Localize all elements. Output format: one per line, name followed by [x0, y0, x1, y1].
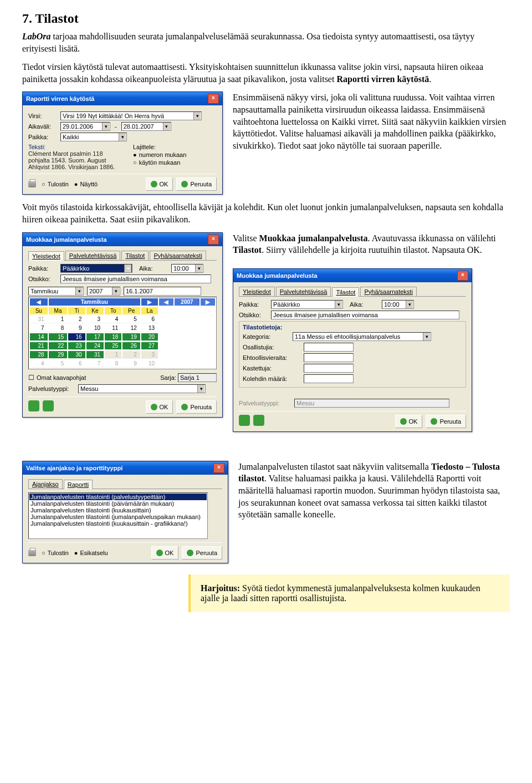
- tab-ajanjakso[interactable]: Ajanjakso: [28, 479, 63, 489]
- list-item[interactable]: Jumalanpalvelusten tilastointi (kuukausi…: [29, 507, 207, 513]
- list-item[interactable]: Jumalanpalvelusten tilastointi (jumalanp…: [29, 513, 207, 520]
- virsi-label: Virsi:: [28, 113, 60, 119]
- tab-pyha[interactable]: Pyhä/saarnateksti: [150, 251, 206, 260]
- dialog4-title: Valitse ajanjakso ja raporttityyppi: [26, 465, 122, 471]
- checkbox-omat-kaavapohjat[interactable]: Omat kaavapohjat: [28, 374, 86, 382]
- kolehdin-maara-input[interactable]: [304, 374, 354, 383]
- cancel-icon: [181, 181, 188, 187]
- dialog3-title: Muokkaa jumalanpalvelusta: [237, 272, 318, 279]
- kategoria-label: Kategoria:: [243, 333, 293, 340]
- dlg3-palvelustyyppi-label: Palvelustyyppi:: [239, 400, 294, 406]
- report-type-list[interactable]: Jumalanpalvelusten tilastointi (palvelus…: [28, 492, 208, 539]
- date-caption-input[interactable]: 16.1.2007: [124, 287, 201, 296]
- plus-icon[interactable]: [43, 400, 54, 411]
- dlg2-otsikko-label: Otsikko:: [28, 276, 60, 282]
- year-combo[interactable]: 2007: [87, 287, 120, 296]
- aside-paragraph-1: Ensimmäisenä näkyy virsi, joka oli valit…: [233, 91, 510, 151]
- tab-palvelutehtavissa[interactable]: Palvelutehtävissä: [276, 287, 331, 296]
- cancel-button[interactable]: Peruuta: [426, 415, 466, 428]
- printer-icon: [28, 181, 36, 187]
- ok-button[interactable]: OK: [146, 177, 173, 191]
- dlg2-paikka-combo[interactable]: Pääkirkko: [60, 264, 132, 273]
- sarja-label: Sarja:: [160, 374, 176, 381]
- dlg2-aika-label: Aika:: [139, 265, 171, 272]
- date-from-combo[interactable]: 29.01.2006: [60, 122, 110, 131]
- month-combo[interactable]: Tammikuu: [28, 287, 84, 296]
- kastettuja-input[interactable]: [304, 364, 354, 373]
- lajittele-label: Lajittele:: [133, 144, 217, 150]
- dlg2-aika-combo[interactable]: 10:00: [171, 264, 203, 273]
- ok-button[interactable]: OK: [395, 415, 423, 428]
- dialog-valitse-ajanjakso: Valitse ajanjakso ja raporttityyppi × Aj…: [22, 461, 228, 563]
- cancel-button[interactable]: Peruuta: [182, 546, 222, 560]
- radio-tulostin[interactable]: Tulostin: [42, 550, 69, 556]
- plus-icon[interactable]: [239, 415, 250, 426]
- ok-icon: [151, 404, 157, 410]
- labora-brand: LabOra: [22, 32, 51, 41]
- kolehdin-maara-label: Kolehdin määrä:: [243, 375, 304, 382]
- tab-tilastot[interactable]: Tilastot: [121, 251, 149, 260]
- plus-icon[interactable]: [253, 415, 264, 426]
- dlg2-otsikko-input[interactable]: Jeesus ilmaisee jumalallisen voimansa: [60, 274, 211, 283]
- paikka-combo[interactable]: Kaikki: [60, 133, 127, 141]
- kategoria-combo[interactable]: 11a Messu eli ehtoollisjumalanpalvelus: [293, 332, 431, 341]
- dlg2-palvelustyyppi-combo[interactable]: Messu: [78, 384, 206, 393]
- tilastotietoja-caption: Tilastotietoja:: [243, 324, 462, 331]
- tab-raportti[interactable]: Raportti: [64, 480, 93, 489]
- list-item[interactable]: Jumalanpalvelusten tilastointi (palvelus…: [29, 494, 207, 500]
- dialog1-title: Raportti virren käytöstä: [26, 95, 94, 102]
- cancel-icon: [181, 404, 188, 410]
- exercise-box: Harjoitus: Syötä tiedot kymmenestä jumal…: [188, 574, 510, 612]
- plus-icon[interactable]: [28, 400, 39, 411]
- list-item[interactable]: Jumalanpalvelusten tilastointi (päivämää…: [29, 500, 207, 507]
- ok-icon: [151, 181, 157, 187]
- ehtoollisvieraita-label: Ehtoollisvieraita:: [243, 354, 304, 361]
- tab-yleistiedot[interactable]: Yleistiedot: [239, 287, 275, 296]
- cancel-button[interactable]: Peruuta: [176, 177, 217, 191]
- ehtoollisvieraita-input[interactable]: [304, 353, 354, 362]
- tab-palvelutehtavissa[interactable]: Palvelutehtävissä: [65, 251, 121, 260]
- ok-icon: [400, 418, 407, 425]
- page-title: 7. Tilastot: [22, 11, 510, 26]
- close-icon[interactable]: ×: [213, 463, 224, 473]
- dlg3-otsikko-label: Otsikko:: [239, 312, 271, 318]
- osallistujia-input[interactable]: [304, 343, 354, 352]
- close-icon[interactable]: ×: [208, 235, 219, 245]
- paragraph-3: Voit myös tilastoida kirkossakävijät, eh…: [22, 201, 510, 225]
- radio-naytto[interactable]: Näyttö: [74, 181, 98, 187]
- virsi-combo[interactable]: Virsi 199 Nyt kiittäkää! On Herra hyvä: [60, 111, 202, 120]
- radio-numeron-mukaan[interactable]: numeron mukaan: [133, 151, 217, 158]
- cancel-icon: [431, 418, 437, 425]
- paragraph-4: Jumalanpalvelusten tilastot saat näkyvii…: [238, 461, 510, 521]
- close-icon[interactable]: ×: [208, 94, 219, 104]
- dlg2-paikka-label: Paikka:: [28, 265, 60, 272]
- tab-tilastot[interactable]: Tilastot: [332, 287, 359, 297]
- dlg3-aika-combo[interactable]: 10:00: [382, 300, 414, 309]
- list-item[interactable]: Jumalanpalvelusten tilastointi (kuukausi…: [29, 520, 207, 527]
- osallistujia-label: Osallistujia:: [243, 344, 304, 350]
- cancel-button[interactable]: Peruuta: [176, 400, 217, 414]
- printer-icon: [28, 550, 36, 556]
- calendar[interactable]: ◀Tammikuu▶◀2007▶ SuMaTiKeToPeLa 31123456…: [28, 297, 217, 369]
- tab-pyha[interactable]: Pyhä/saarnateksti: [360, 287, 416, 296]
- cancel-icon: [187, 550, 193, 556]
- radio-esikatselu[interactable]: Esikatselu: [74, 550, 108, 556]
- paragraph-3-tail: Valitse Muokkaa jumalanpalvelusta. Avaut…: [233, 232, 510, 256]
- dialog-raportti-virren: Raportti virren käytöstä × Virsi: Virsi …: [22, 91, 223, 195]
- sarja-input: Sarja 1: [178, 373, 217, 382]
- date-to-combo[interactable]: 28.01.2007: [121, 122, 171, 131]
- close-icon[interactable]: ×: [457, 271, 468, 281]
- paragraph-2: Tiedot virsien käytöstä tulevat automaat…: [22, 61, 510, 85]
- aikavali-label: Aikaväli:: [28, 123, 60, 130]
- dialog-muokkaa-yleistiedot: Muokkaa jumalanpalvelusta × Yleistiedot …: [22, 232, 223, 418]
- ok-button[interactable]: OK: [146, 400, 173, 414]
- radio-kayton-mukaan[interactable]: käytön mukaan: [133, 159, 217, 166]
- intro-paragraph: LabOra tarjoaa mahdollisuuden seurata ju…: [22, 30, 510, 54]
- dlg3-paikka-label: Paikka:: [239, 301, 271, 308]
- tab-yleistiedot[interactable]: Yleistiedot: [28, 251, 64, 261]
- ok-button[interactable]: OK: [151, 546, 179, 560]
- dlg3-paikka-combo[interactable]: Pääkirkko: [271, 300, 343, 309]
- radio-tulostin[interactable]: Tulostin: [42, 181, 69, 187]
- dlg3-otsikko-input[interactable]: Jeesus ilmaisee jumalallisen voimansa: [271, 311, 459, 319]
- dialog-muokkaa-tilastot: Muokkaa jumalanpalvelusta × Yleistiedot …: [233, 268, 472, 432]
